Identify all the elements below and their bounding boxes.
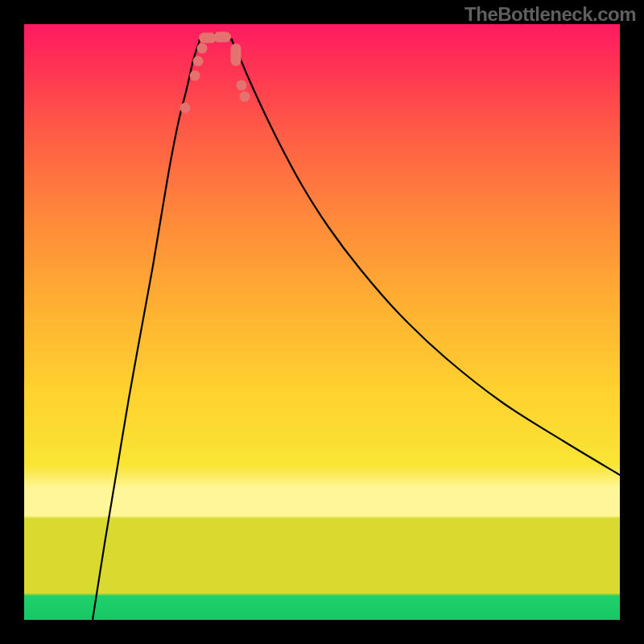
marker-dot <box>237 80 247 91</box>
chart-frame: TheBottleneck.com <box>0 0 644 644</box>
marker-dot <box>240 92 250 102</box>
marker-dot <box>190 71 200 81</box>
marker-pill <box>213 32 231 43</box>
marker-pill-tall <box>231 43 242 66</box>
marker-dot <box>180 103 191 114</box>
watermark-text: TheBottleneck.com <box>464 3 636 26</box>
marker-dot <box>193 56 204 67</box>
bottleneck-curve <box>93 34 620 620</box>
curve-svg <box>24 24 620 620</box>
plot-area <box>24 24 620 620</box>
marker-dot <box>197 43 208 54</box>
